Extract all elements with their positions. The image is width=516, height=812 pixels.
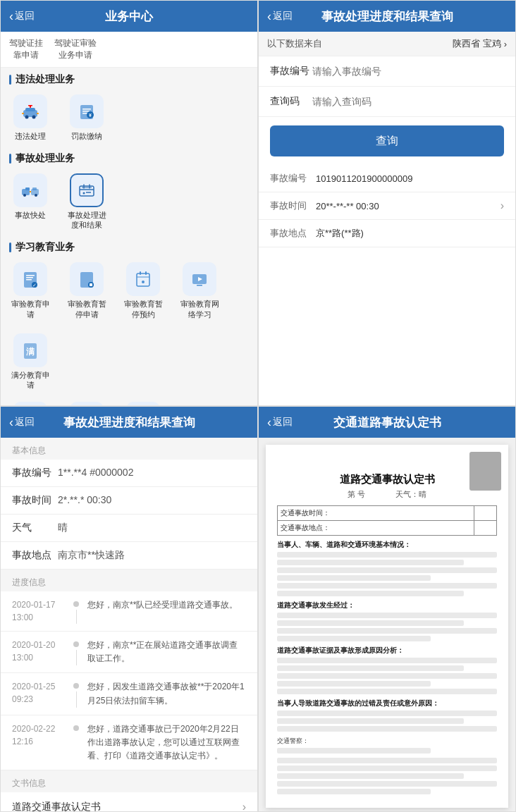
- back-button-2[interactable]: ‹ 返回: [267, 9, 293, 24]
- item-full-online[interactable]: 满 满分教育网络学习: [122, 402, 164, 405]
- content-4: 道路交通事故认定书 第 号 天气：晴 交通事故时间： 交通事故地点：: [259, 438, 515, 811]
- result-inner-1: 事故编号 1019011201900000009: [270, 172, 504, 185]
- item-edu-exam-stop[interactable]: 审验教育暂停申请: [66, 262, 108, 319]
- top-link-license-verify[interactable]: 驾驶证审验业务申请: [54, 37, 97, 61]
- edu-full-apply-icon: 满: [20, 340, 40, 360]
- back-label-4: 返回: [273, 416, 293, 429]
- svg-rect-5: [37, 113, 39, 114]
- doc-evidence-title: 道路交通事故证据及事故形成原因分析：: [277, 646, 497, 656]
- svg-rect-34: [140, 271, 141, 275]
- blur-3: [277, 567, 497, 573]
- blur-7: [277, 613, 497, 618]
- detail-value-time: 2*.**.* 00:30: [58, 494, 246, 507]
- blur-17: [277, 718, 464, 724]
- back-label-2: 返回: [273, 10, 293, 23]
- doc-cert-name: 道路交通事故认定书: [12, 801, 101, 811]
- blur-23: [277, 781, 497, 787]
- progress-dot-1: [73, 601, 79, 607]
- svg-text:¥: ¥: [89, 113, 92, 118]
- doc-weather-text: 天气：晴: [395, 490, 426, 498]
- back-button-4[interactable]: ‹ 返回: [267, 415, 293, 430]
- accident-quick-icon-box: [13, 173, 47, 207]
- svg-point-19: [35, 194, 37, 197]
- top-links: 驾驶证挂靠申请 驾驶证审验业务申请: [1, 32, 257, 68]
- item-fine-pay[interactable]: ¥ 罚款缴纳: [66, 94, 108, 141]
- location-right[interactable]: 陕西省 宝鸡 ›: [453, 37, 507, 50]
- item-edu-full-apply[interactable]: 满 满分教育申请: [9, 333, 51, 390]
- accident-items: 事故快处 事故处理进度和结果: [1, 168, 257, 236]
- detail-weather: 天气 晴: [1, 515, 257, 542]
- item-edu-exam-reserve[interactable]: 审验教育暂停预约: [122, 262, 164, 319]
- svg-point-22: [83, 192, 85, 194]
- panel-accident-cert: ‹ 返回 交通道路事故认定书 道路交通事故认定书 第 号 天气：晴 交通事故时: [258, 406, 516, 812]
- top-link-license-hang[interactable]: 驾驶证挂靠申请: [9, 37, 43, 61]
- query-code-input[interactable]: [312, 96, 504, 107]
- item-accident-quick[interactable]: 事故快处: [9, 173, 51, 230]
- progress-date-4: 2020-02-2212:16: [12, 722, 65, 763]
- item-full-stop[interactable]: 满分教育暂停申请: [9, 402, 51, 405]
- doc-process-title: 道路交通事故发生经过：: [277, 601, 497, 610]
- blur-10: [277, 636, 431, 641]
- doc-number: 第 号: [348, 490, 365, 498]
- location-arrow-icon: ›: [504, 39, 507, 49]
- item-violation-handle[interactable]: 违法处理: [9, 94, 51, 141]
- query-button[interactable]: 查询: [270, 125, 504, 156]
- item-accident-progress[interactable]: 事故处理进度和结果: [66, 173, 108, 230]
- section-bar-education: [9, 242, 11, 252]
- svg-rect-4: [22, 113, 24, 114]
- accident-progress-icon: [77, 180, 97, 200]
- detail-location: 事故地点 南京市**快速路: [1, 542, 257, 570]
- doc-row-cert[interactable]: 道路交通事故认定书 ›: [1, 792, 257, 811]
- result-row-accident-number: 事故编号 1019011201900000009: [259, 165, 515, 192]
- section-bar-accident: [9, 154, 11, 164]
- detail-label-time: 事故时间: [12, 494, 58, 507]
- blur-20: [277, 758, 497, 763]
- fine-pay-icon: ¥: [77, 102, 97, 121]
- back-arrow-icon-2: ‹: [267, 9, 271, 24]
- edu-online-icon-box: [183, 262, 216, 296]
- doc-parties-title: 当事人、车辆、道路和交通环境基本情况：: [277, 540, 497, 550]
- doc-fault-title: 当事人导致道路交通事故的过错及责任或意外原因：: [277, 699, 497, 708]
- result-value-1: 1019011201900000009: [316, 173, 504, 184]
- edu-exam-stop-icon: [77, 269, 97, 289]
- svg-point-18: [23, 194, 26, 197]
- nav-title-4: 交通道路事故认定书: [333, 414, 441, 431]
- progress-dot-3: [73, 683, 79, 689]
- query-code-label: 查询码: [270, 95, 312, 108]
- item-edu-online[interactable]: 审验教育网络学习: [178, 262, 221, 319]
- accident-number-input[interactable]: [312, 66, 504, 77]
- result-value-3: 京**路(**路): [316, 227, 504, 240]
- svg-rect-17: [32, 187, 37, 190]
- nav-title-1: 业务中心: [105, 8, 153, 25]
- doc-section-title: 文书信息: [12, 778, 46, 788]
- back-button-3[interactable]: ‹ 返回: [9, 415, 35, 430]
- back-arrow-icon-1: ‹: [9, 9, 13, 24]
- progress-text-3: 您好，因发生道路交通事故被**于2020年1月25日依法扣留车辆。: [87, 680, 246, 707]
- blur-24: [277, 789, 431, 794]
- progress-text-4: 您好，道路交通事故已于2020年2月22日作出道路事故认定，您可以通过互联网查看…: [87, 722, 246, 763]
- doc-info-section: 文书信息: [1, 770, 257, 792]
- edu-exam-apply-label: 审验教育申请: [9, 299, 51, 319]
- progress-text-1: 您好，南京**队已经受理道路交通事故。: [87, 598, 246, 624]
- section-header-education: 学习教育业务: [1, 235, 257, 257]
- accident-quick-icon: [20, 180, 40, 200]
- doc-thumbnail: [469, 452, 501, 491]
- blur-2: [277, 560, 464, 565]
- svg-point-3: [32, 115, 36, 118]
- edu-exam-stop-label: 审验教育暂停申请: [66, 299, 108, 319]
- svg-rect-25: [26, 277, 33, 278]
- item-edu-exam-apply[interactable]: ✓ 审验教育申请: [9, 262, 51, 319]
- location-bar: 以下数据来自 陕西省 宝鸡 ›: [259, 32, 515, 56]
- full-stop-icon-box: [13, 402, 47, 405]
- doc-section-parties: 当事人、车辆、道路和交通环境基本情况：: [277, 540, 497, 596]
- back-button-1[interactable]: ‹ 返回: [9, 9, 35, 24]
- document-preview: 道路交通事故认定书 第 号 天气：晴 交通事故时间： 交通事故地点：: [266, 445, 508, 808]
- doc-section-bottom: [277, 758, 497, 794]
- section-bar-violation: [9, 75, 11, 85]
- query-btn-label: 查询: [376, 134, 398, 149]
- progress-item-4: 2020-02-2212:16 您好，道路交通事故已于2020年2月22日作出道…: [1, 715, 257, 771]
- item-full-stop-reserve[interactable]: 满 满分教育暂停预约: [66, 402, 108, 405]
- accident-number-field-row: 事故编号: [259, 56, 515, 87]
- result-row-accident-time[interactable]: 事故时间 20**-**-** 00:30 ›: [259, 192, 515, 220]
- progress-text-2: 您好，南京**正在展站道路交通事故调查取证工作。: [87, 639, 246, 665]
